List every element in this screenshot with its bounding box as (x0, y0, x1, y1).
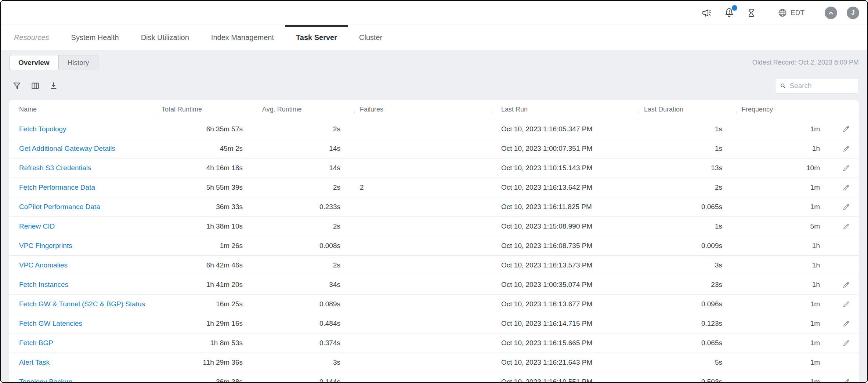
task-name-link[interactable]: Fetch Topology (19, 125, 66, 133)
pencil-icon (842, 164, 850, 172)
controls-row: Overview History Oldest Record: Oct 2, 2… (9, 55, 859, 70)
task-name-link[interactable]: Fetch Instances (19, 281, 68, 288)
history-toggle-button[interactable]: History (59, 55, 98, 70)
notification-badge (732, 5, 737, 11)
pencil-icon (842, 223, 850, 230)
search-icon (780, 82, 786, 90)
filter-button[interactable] (12, 81, 22, 91)
actions-cell (833, 281, 859, 289)
actions-cell (833, 339, 859, 347)
last-duration-cell: 5s (639, 358, 736, 366)
task-server-panel: Overview History Oldest Record: Oct 2, 2… (1, 50, 867, 382)
avg-runtime-cell: 0.008s (257, 242, 354, 250)
last-duration-cell: 0.065s (639, 203, 736, 211)
frequency-cell: 1m (736, 203, 833, 211)
megaphone-icon (701, 7, 712, 18)
edit-task-button[interactable] (842, 378, 850, 383)
hourglass-icon (746, 8, 756, 18)
column-header-name[interactable]: Name (9, 106, 156, 113)
tab-task-server[interactable]: Task Server (285, 25, 348, 50)
actions-cell (833, 164, 859, 172)
edit-task-button[interactable] (842, 339, 850, 347)
last-run-cell: Oct 10, 2023 1:16:13.573 PM (493, 261, 639, 269)
column-header-avg-runtime[interactable]: Avg. Runtime (257, 106, 354, 113)
task-name-link[interactable]: CoPilot Performance Data (19, 203, 100, 211)
last-duration-cell: 0.096s (639, 300, 736, 308)
frequency-cell: 1m (736, 125, 833, 133)
edit-task-button[interactable] (842, 281, 850, 289)
task-name-link[interactable]: VPC Anomalies (19, 261, 68, 269)
table-body: Fetch Topology 6h 35m 57s 2s Oct 10, 202… (9, 119, 859, 382)
frequency-cell: 1m (736, 358, 833, 366)
pending-tasks-button[interactable] (745, 7, 757, 19)
total-runtime-cell: 45m 2s (156, 145, 257, 153)
frequency-cell: 1m (736, 320, 833, 328)
task-name-link[interactable]: Renew CID (19, 222, 55, 230)
columns-button[interactable] (30, 81, 40, 91)
scroll-top-button[interactable] (825, 7, 837, 19)
last-duration-cell: 0.503s (639, 378, 736, 382)
tab-system-health[interactable]: System Health (60, 25, 130, 50)
table-row: Topology Backup 36m 38s 0.144s Oct 10, 2… (9, 372, 859, 382)
column-header-last-run[interactable]: Last Run (493, 106, 639, 113)
divider (815, 8, 815, 18)
oldest-record-label: Oldest Record: Oct 2, 2023 8:00 PM (752, 59, 859, 66)
download-icon (49, 81, 58, 91)
announcements-button[interactable] (701, 7, 713, 19)
task-name-link[interactable]: Topology Backup (19, 378, 72, 382)
pencil-icon (842, 300, 850, 308)
column-header-frequency[interactable]: Frequency (736, 106, 833, 113)
edit-task-button[interactable] (842, 320, 850, 328)
column-header-last-duration[interactable]: Last Duration (639, 106, 736, 113)
tasks-table: Name Total Runtime Avg. Runtime Failures… (9, 100, 859, 382)
name-cell: VPC Fingerprints (9, 242, 156, 250)
task-name-link[interactable]: Alert Task (19, 358, 50, 366)
avg-runtime-cell: 0.089s (257, 300, 354, 308)
table-row: Alert Task 11h 29m 36s 3s Oct 10, 2023 1… (9, 353, 859, 372)
avg-runtime-cell: 2s (257, 261, 354, 269)
edit-task-button[interactable] (842, 145, 850, 153)
frequency-cell: 10m (736, 164, 833, 172)
pencil-icon (842, 281, 850, 289)
task-name-link[interactable]: Fetch BGP (19, 339, 53, 347)
notifications-button[interactable] (723, 6, 736, 19)
total-runtime-cell: 6h 35m 57s (156, 125, 257, 133)
edit-task-button[interactable] (842, 125, 850, 133)
tab-index-management[interactable]: Index Management (200, 25, 285, 50)
download-button[interactable] (49, 81, 58, 91)
tab-cluster[interactable]: Cluster (348, 25, 393, 50)
user-avatar[interactable]: J (847, 7, 859, 19)
frequency-cell: 1h (736, 242, 833, 250)
column-header-failures[interactable]: Failures (354, 106, 493, 113)
last-duration-cell: 1s (639, 125, 736, 133)
task-name-link[interactable]: Fetch GW & Tunnel (S2C & BGP) Status (19, 300, 145, 308)
task-name-link[interactable]: Fetch Performance Data (19, 183, 95, 191)
column-header-total-runtime[interactable]: Total Runtime (156, 106, 257, 113)
edit-task-button[interactable] (842, 223, 850, 230)
table-row: Get Additional Gateway Details 45m 2s 14… (9, 139, 859, 158)
name-cell: VPC Anomalies (9, 261, 156, 269)
timezone-button[interactable]: EDT (777, 7, 805, 19)
avg-runtime-cell: 14s (257, 145, 354, 153)
task-name-link[interactable]: Get Additional Gateway Details (19, 145, 115, 152)
name-cell: Fetch BGP (9, 339, 156, 347)
avg-runtime-cell: 34s (257, 281, 354, 289)
tab-disk-utilization[interactable]: Disk Utilization (130, 25, 200, 50)
last-run-cell: Oct 10, 2023 1:16:05.347 PM (493, 125, 639, 133)
edit-task-button[interactable] (842, 164, 850, 172)
overview-toggle-button[interactable]: Overview (10, 55, 59, 70)
edit-task-button[interactable] (842, 184, 850, 192)
search-input[interactable] (789, 82, 854, 90)
task-name-link[interactable]: Refresh S3 Credentials (19, 164, 91, 172)
last-run-cell: Oct 10, 2023 1:16:10.551 PM (493, 378, 639, 382)
edit-task-button[interactable] (842, 300, 850, 308)
task-name-link[interactable]: Fetch GW Latencies (19, 320, 82, 327)
task-name-link[interactable]: VPC Fingerprints (19, 242, 72, 249)
last-run-cell: Oct 10, 2023 1:15:08.990 PM (493, 222, 639, 230)
edit-task-button[interactable] (842, 203, 850, 211)
frequency-cell: 1m (736, 339, 833, 347)
tab-resources[interactable]: Resources (3, 25, 60, 50)
table-row: Fetch Performance Data 5h 55m 39s 2s 2 O… (9, 178, 859, 197)
avg-runtime-cell: 2s (257, 125, 354, 133)
avg-runtime-cell: 0.233s (257, 203, 354, 211)
